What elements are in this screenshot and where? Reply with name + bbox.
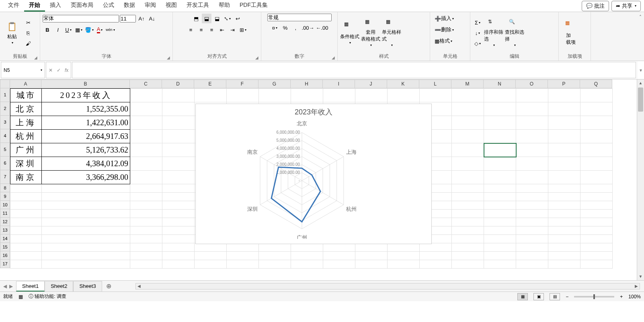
cell-O10[interactable] xyxy=(516,201,548,210)
currency-button[interactable]: ¤▾ xyxy=(270,23,279,33)
cell-O4[interactable] xyxy=(516,130,548,143)
cell-A12[interactable] xyxy=(10,218,42,226)
cell-Q7[interactable] xyxy=(580,171,613,184)
cell-F15[interactable] xyxy=(227,243,259,252)
cell-P2[interactable] xyxy=(548,102,580,116)
col-header-E[interactable]: E xyxy=(194,79,226,88)
cell-C4[interactable] xyxy=(130,130,162,143)
row-header-15[interactable]: 15 xyxy=(0,243,10,251)
fill-color-button[interactable]: 🪣▾ xyxy=(84,25,94,35)
table-format-button[interactable]: ▦套用 表格格式▾ xyxy=(361,19,380,47)
cell-I15[interactable] xyxy=(323,243,355,252)
cell-C6[interactable] xyxy=(130,157,162,171)
font-size-combo[interactable] xyxy=(120,15,136,22)
cancel-formula-button[interactable]: ✕ xyxy=(49,67,53,73)
row-header-5[interactable]: 5 xyxy=(0,143,10,157)
cell-C8[interactable] xyxy=(130,184,162,193)
cell-C15[interactable] xyxy=(130,243,162,252)
cell-A7[interactable]: 南京 xyxy=(10,171,42,184)
cell-Q15[interactable] xyxy=(580,243,613,252)
percent-button[interactable]: % xyxy=(280,23,290,33)
cell-A16[interactable] xyxy=(10,252,42,260)
cell-D11[interactable] xyxy=(162,210,195,218)
row-header-14[interactable]: 14 xyxy=(0,234,10,243)
number-format-combo[interactable] xyxy=(267,14,332,21)
cell-A17[interactable] xyxy=(10,260,42,269)
bold-button[interactable]: B xyxy=(43,25,52,35)
col-header-O[interactable]: O xyxy=(516,79,548,88)
cell-K16[interactable] xyxy=(388,252,420,260)
cell-C5[interactable] xyxy=(130,143,162,157)
cell-F16[interactable] xyxy=(227,252,259,260)
col-header-F[interactable]: F xyxy=(226,79,258,88)
cell-B4[interactable]: 2,664,917.63 xyxy=(42,130,130,143)
row-header-2[interactable]: 2 xyxy=(0,102,10,116)
row-header-17[interactable]: 17 xyxy=(0,260,10,268)
cell-B15[interactable] xyxy=(42,243,130,252)
row-header-13[interactable]: 13 xyxy=(0,226,10,234)
cell-P6[interactable] xyxy=(548,157,580,171)
cell-C16[interactable] xyxy=(130,252,162,260)
cell-P3[interactable] xyxy=(548,116,580,130)
cell-H15[interactable] xyxy=(291,243,323,252)
cell-Q10[interactable] xyxy=(580,201,613,210)
cell-N13[interactable] xyxy=(484,226,516,235)
sheet-tab-Sheet3[interactable]: Sheet3 xyxy=(73,281,102,291)
cell-O7[interactable] xyxy=(516,171,548,184)
increase-decimal-button[interactable]: .00→ xyxy=(301,23,314,33)
cell-P8[interactable] xyxy=(548,184,580,193)
cell-N9[interactable] xyxy=(484,193,516,201)
col-header-B[interactable]: B xyxy=(41,79,130,88)
cell-O16[interactable] xyxy=(516,252,548,260)
cell-N4[interactable] xyxy=(484,130,516,143)
cell-M17[interactable] xyxy=(452,260,484,269)
autosum-button[interactable]: Σ▾ xyxy=(473,18,482,27)
cell-P13[interactable] xyxy=(548,226,580,235)
font-color-button[interactable]: A▾ xyxy=(95,25,105,35)
cell-P15[interactable] xyxy=(548,243,580,252)
cell-B2[interactable]: 1,552,355.00 xyxy=(42,102,130,116)
col-header-P[interactable]: P xyxy=(548,79,580,88)
cell-M7[interactable] xyxy=(452,171,484,184)
vertical-scrollbar[interactable]: ▲ ▼ xyxy=(637,79,644,280)
align-top-button[interactable]: ⬒ xyxy=(191,14,201,23)
cell-N2[interactable] xyxy=(484,102,516,116)
cell-N7[interactable] xyxy=(484,171,516,184)
cell-G16[interactable] xyxy=(259,252,291,260)
increase-indent-button[interactable]: ⇥ xyxy=(228,25,238,35)
cell-B6[interactable]: 4,384,012.09 xyxy=(42,157,130,171)
cell-N6[interactable] xyxy=(484,157,516,171)
menu-插入[interactable]: 插入 xyxy=(45,0,66,12)
cell-C12[interactable] xyxy=(130,218,162,226)
cell-P11[interactable] xyxy=(548,210,580,218)
cell-O11[interactable] xyxy=(516,210,548,218)
cell-D7[interactable] xyxy=(162,171,195,184)
wrap-text-button[interactable]: ↩ xyxy=(233,14,243,23)
row-header-1[interactable]: 1 xyxy=(0,88,10,102)
col-header-L[interactable]: L xyxy=(419,79,451,88)
cell-I1[interactable] xyxy=(323,89,355,102)
zoom-slider[interactable] xyxy=(574,296,614,298)
cell-Q3[interactable] xyxy=(580,116,613,130)
align-center-button[interactable]: ≡ xyxy=(197,25,206,35)
cell-D3[interactable] xyxy=(162,116,195,130)
cell-J16[interactable] xyxy=(355,252,388,260)
cell-Q6[interactable] xyxy=(580,157,613,171)
cell-A2[interactable]: 北京 xyxy=(10,102,42,116)
format-painter-button[interactable]: 🖌 xyxy=(23,39,33,48)
conditional-format-button[interactable]: ▦条件格式▾ xyxy=(340,19,359,47)
page-layout-view-button[interactable]: ▣ xyxy=(533,293,544,300)
cell-H16[interactable] xyxy=(291,252,323,260)
macro-record-icon[interactable]: ▦ xyxy=(18,294,23,300)
cell-Q16[interactable] xyxy=(580,252,613,260)
cell-D1[interactable] xyxy=(162,89,195,102)
name-box[interactable]: N5▾ xyxy=(1,62,45,78)
cell-M12[interactable] xyxy=(452,218,484,226)
cell-Q2[interactable] xyxy=(580,102,613,116)
cell-B14[interactable] xyxy=(42,235,130,243)
align-bottom-button[interactable]: ⬓ xyxy=(212,14,222,23)
horizontal-scrollbar[interactable]: ◀ ▶ xyxy=(135,283,640,289)
cell-Q14[interactable] xyxy=(580,235,613,243)
cell-D17[interactable] xyxy=(162,260,195,269)
decrease-indent-button[interactable]: ⇤ xyxy=(217,25,227,35)
